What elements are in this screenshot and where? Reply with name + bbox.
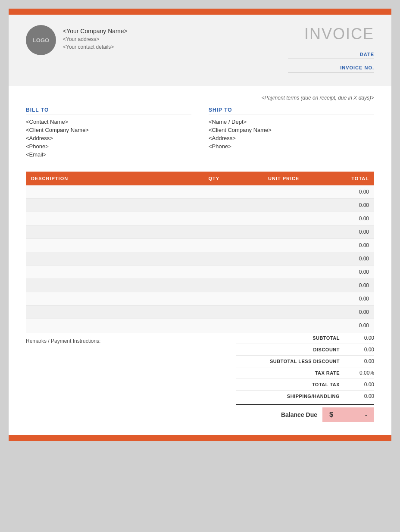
cell-total: 0.00 <box>304 185 374 199</box>
cell-description <box>26 306 193 319</box>
ship-to-name: <Name / Dept> <box>209 119 374 125</box>
discount-row: DISCOUNT 0.00 <box>236 344 374 356</box>
remarks-area: Remarks / Payment Instructions: <box>26 332 236 344</box>
payment-terms: <Payment terms (due on receipt, due in X… <box>26 95 374 101</box>
logo-circle: LOGO <box>26 25 56 55</box>
subtotal-label: SUBTOTAL <box>236 335 348 341</box>
cell-qty <box>193 212 235 225</box>
cell-qty <box>193 306 235 319</box>
discount-label: DISCOUNT <box>236 347 348 352</box>
cell-qty <box>193 199 235 212</box>
cell-unit-price <box>235 306 305 319</box>
tax-rate-value: 0.00% <box>348 370 374 376</box>
cell-description <box>26 225 193 239</box>
col-total: TOTAL <box>304 172 374 185</box>
cell-qty <box>193 185 235 199</box>
cell-description <box>26 239 193 252</box>
total-tax-label: TOTAL TAX <box>236 382 348 387</box>
cell-description <box>26 279 193 292</box>
cell-qty <box>193 239 235 252</box>
balance-due-amount: $ - <box>322 407 374 422</box>
cell-description <box>26 252 193 266</box>
cell-total: 0.00 <box>304 225 374 239</box>
tax-rate-row: TAX RATE 0.00% <box>236 367 374 379</box>
cell-total: 0.00 <box>304 279 374 292</box>
bill-to-phone: <Phone> <box>26 143 191 150</box>
summary-section: Remarks / Payment Instructions: SUBTOTAL… <box>9 332 391 435</box>
table-row: 0.00 <box>26 185 374 199</box>
balance-due-currency-symbol: $ <box>329 411 333 419</box>
cell-total: 0.00 <box>304 319 374 332</box>
ship-to-phone: <Phone> <box>209 143 374 150</box>
header-section: LOGO <Your Company Name> <Your address> … <box>9 15 391 86</box>
table-row: 0.00 <box>26 279 374 292</box>
bottom-bar <box>9 435 391 441</box>
company-name: <Your Company Name> <box>63 28 128 34</box>
cell-description <box>26 199 193 212</box>
discount-value: 0.00 <box>348 347 374 353</box>
invoice-no-row: INVOICE NO. <box>288 65 374 76</box>
cell-total: 0.00 <box>304 306 374 319</box>
company-contact: <Your contact details> <box>63 44 128 50</box>
table-row: 0.00 <box>26 319 374 332</box>
table-row: 0.00 <box>26 225 374 239</box>
remarks-label: Remarks / Payment Instructions: <box>26 338 100 344</box>
bill-to-email: <Email> <box>26 151 191 158</box>
invoice-no-label: INVOICE NO. <box>340 65 374 70</box>
date-label: DATE <box>360 52 374 57</box>
table-row: 0.00 <box>26 292 374 306</box>
subtotal-row: SUBTOTAL 0.00 <box>236 332 374 344</box>
total-tax-row: TOTAL TAX 0.00 <box>236 379 374 391</box>
subtotal-less-discount-row: SUBTOTAL LESS DISCOUNT 0.00 <box>236 356 374 367</box>
cell-description <box>26 185 193 199</box>
cell-unit-price <box>235 199 305 212</box>
bill-to-header: BILL TO <box>26 107 191 115</box>
cell-description <box>26 292 193 306</box>
invoice-title: INVOICE <box>262 25 374 43</box>
ship-to-column: SHIP TO <Name / Dept> <Client Company Na… <box>209 107 374 160</box>
cell-unit-price <box>235 185 305 199</box>
cell-total: 0.00 <box>304 239 374 252</box>
cell-qty <box>193 292 235 306</box>
invoice-page: LOGO <Your Company Name> <Your address> … <box>9 9 391 441</box>
cell-total: 0.00 <box>304 212 374 225</box>
cell-unit-price <box>235 266 305 279</box>
logo-text: LOGO <box>33 37 49 44</box>
table-header-row: DESCRIPTION QTY UNIT PRICE TOTAL <box>26 172 374 185</box>
bill-to-contact: <Contact Name> <box>26 119 191 125</box>
shipping-value: 0.00 <box>348 393 374 399</box>
cell-total: 0.00 <box>304 292 374 306</box>
cell-total: 0.00 <box>304 199 374 212</box>
balance-due-value: - <box>365 411 367 419</box>
body-section: <Payment terms (due on receipt, due in X… <box>9 86 391 160</box>
date-row: DATE <box>288 52 374 63</box>
cell-qty <box>193 225 235 239</box>
shipping-row: SHIPPING/HANDLING 0.00 <box>236 391 374 402</box>
subtotal-less-discount-value: 0.00 <box>348 358 374 364</box>
cell-total: 0.00 <box>304 266 374 279</box>
top-bar <box>9 9 391 15</box>
ship-to-company: <Client Company Name> <box>209 127 374 133</box>
cell-unit-price <box>235 319 305 332</box>
cell-unit-price <box>235 252 305 266</box>
billing-section: BILL TO <Contact Name> <Client Company N… <box>26 107 374 160</box>
invoice-meta: DATE INVOICE NO. <box>262 52 374 76</box>
table-wrapper: DESCRIPTION QTY UNIT PRICE TOTAL 0.00 0.… <box>9 172 391 332</box>
col-unit-price: UNIT PRICE <box>235 172 305 185</box>
cell-description <box>26 319 193 332</box>
ship-to-header: SHIP TO <box>209 107 374 115</box>
cell-qty <box>193 266 235 279</box>
cell-description <box>26 212 193 225</box>
cell-unit-price <box>235 225 305 239</box>
subtotal-value: 0.00 <box>348 335 374 341</box>
company-info: <Your Company Name> <Your address> <Your… <box>63 25 128 50</box>
table-row: 0.00 <box>26 199 374 212</box>
tax-rate-label: TAX RATE <box>236 370 348 376</box>
company-address: <Your address> <box>63 36 128 42</box>
invoice-no-line <box>288 72 374 72</box>
cell-unit-price <box>235 292 305 306</box>
table-row: 0.00 <box>26 212 374 225</box>
cell-qty <box>193 252 235 266</box>
col-qty: QTY <box>193 172 235 185</box>
bill-to-company: <Client Company Name> <box>26 127 191 133</box>
